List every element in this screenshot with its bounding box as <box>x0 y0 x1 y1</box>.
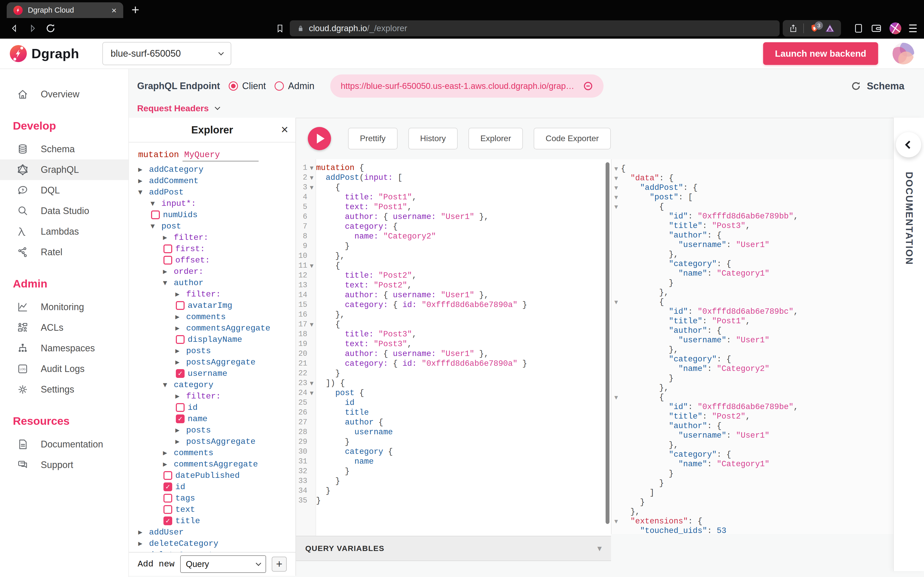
explorer-tree-row[interactable]: ▶deleteComment <box>138 549 296 552</box>
add-operation-button[interactable]: + <box>272 557 287 572</box>
expand-arrow-icon[interactable]: ▶ <box>163 461 174 467</box>
browser-menu-icon[interactable] <box>909 24 917 32</box>
explorer-button[interactable]: Explorer <box>468 128 523 150</box>
explorer-tree-row[interactable]: ▶addCategory <box>138 164 296 175</box>
explorer-tree-row[interactable]: offset: <box>138 255 296 266</box>
explorer-tree-row[interactable]: username <box>138 368 296 379</box>
brave-rewards-icon[interactable] <box>825 23 835 33</box>
request-headers-toggle[interactable]: Request Headers <box>137 100 220 116</box>
fold-arrow-icon[interactable]: ▼ <box>612 519 621 524</box>
backend-selector[interactable]: blue-surf-650050 <box>102 42 231 65</box>
sidebar-item-graphql[interactable]: GraphQL <box>0 160 128 180</box>
sidebar-item-acls[interactable]: ACLs <box>0 318 128 338</box>
query-variables-bar[interactable]: QUERY VARIABLES ▼ <box>296 536 611 561</box>
fold-arrow-icon[interactable]: ▼ <box>612 395 621 400</box>
expand-arrow-icon[interactable]: ▶ <box>138 529 149 535</box>
explorer-tree-row[interactable]: ▶filter: <box>138 232 296 243</box>
explorer-tree-row[interactable]: ▼author <box>138 277 296 288</box>
fold-arrow-icon[interactable]: ▼ <box>307 175 316 181</box>
expand-arrow-icon[interactable]: ▶ <box>138 166 149 172</box>
fold-arrow-icon[interactable]: ▼ <box>612 204 621 210</box>
explorer-tree-row[interactable]: name <box>138 413 296 424</box>
field-checkbox[interactable] <box>176 403 184 412</box>
explorer-tree-row[interactable]: datePublished <box>138 470 296 481</box>
history-button[interactable]: History <box>409 128 458 150</box>
bookmark-icon[interactable] <box>273 21 287 35</box>
explorer-tree-row[interactable]: tags <box>138 493 296 504</box>
field-checkbox[interactable] <box>176 301 184 310</box>
explorer-tree-row[interactable]: ▶posts <box>138 345 296 356</box>
fold-arrow-icon[interactable]: ▼ <box>307 165 316 171</box>
expand-arrow-icon[interactable]: ▶ <box>175 393 186 399</box>
expand-arrow-icon[interactable]: ▶ <box>138 178 149 184</box>
expand-arrow-icon[interactable]: ▶ <box>175 348 186 354</box>
fold-arrow-icon[interactable]: ▼ <box>307 185 316 190</box>
explorer-tree-row[interactable]: ▶filter: <box>138 288 296 300</box>
field-checkbox[interactable] <box>163 505 172 514</box>
sidebar-item-audit-logs[interactable]: LOGAudit Logs <box>0 359 128 379</box>
field-checkbox[interactable] <box>163 245 172 253</box>
collapse-arrow-icon[interactable]: ▼ <box>150 223 162 229</box>
explorer-tree-row[interactable]: ▶commentsAggregate <box>138 322 296 334</box>
explorer-tree-row[interactable]: id <box>138 481 296 493</box>
operation-name-input[interactable]: MyQuery <box>183 150 258 161</box>
fold-arrow-icon[interactable]: ▼ <box>307 390 316 396</box>
query-editor[interactable]: 1▼mutation {2▼ addPost(input: [3▼ {4 tit… <box>296 159 611 536</box>
explorer-tree-row[interactable]: ▶posts <box>138 424 296 436</box>
explorer-tree-row[interactable]: first: <box>138 243 296 255</box>
open-documentation-button[interactable] <box>896 132 921 157</box>
collapse-arrow-icon[interactable]: ▼ <box>163 280 174 286</box>
browser-tab[interactable]: Dgraph Cloud × <box>7 2 123 18</box>
code-exporter-button[interactable]: Code Exporter <box>534 128 611 150</box>
explorer-tree-row[interactable]: ▶deleteCategory <box>138 538 296 549</box>
field-checkbox[interactable] <box>176 369 184 378</box>
field-checkbox[interactable] <box>163 516 172 525</box>
explorer-tree-row[interactable]: ▶comments <box>138 311 296 322</box>
explorer-tree-row[interactable]: title <box>138 515 296 527</box>
fold-arrow-icon[interactable]: ▼ <box>612 166 621 171</box>
explorer-tree-row[interactable]: ▼category <box>138 379 296 390</box>
field-checkbox[interactable] <box>163 494 172 503</box>
tab-close-icon[interactable]: × <box>111 6 116 15</box>
explorer-tree-row[interactable]: ▶commentsAggregate <box>138 459 296 470</box>
explorer-tree-row[interactable]: avatarImg <box>138 300 296 311</box>
client-radio[interactable]: Client <box>229 81 266 92</box>
explorer-tree-row[interactable]: ▶addUser <box>138 527 296 538</box>
field-checkbox[interactable] <box>176 414 184 423</box>
expand-arrow-icon[interactable]: ▶ <box>175 438 186 445</box>
operation-type-select[interactable]: Query <box>180 555 266 573</box>
collapse-caret-icon[interactable]: ▼ <box>597 545 602 552</box>
new-tab-button[interactable]: + <box>131 3 139 17</box>
sidebar-item-overview[interactable]: Overview <box>0 84 128 105</box>
endpoint-url-pill[interactable]: https://blue-surf-650050.us-east-1.aws.c… <box>330 74 604 98</box>
prettify-button[interactable]: Prettify <box>348 128 397 150</box>
fold-arrow-icon[interactable]: ▼ <box>612 185 621 190</box>
schema-button[interactable]: Schema <box>850 74 905 98</box>
fold-arrow-icon[interactable]: ▼ <box>612 299 621 305</box>
explorer-tree-row[interactable]: displayName <box>138 334 296 345</box>
sidebar-item-namespaces[interactable]: Namespaces <box>0 338 128 359</box>
field-checkbox[interactable] <box>176 335 184 344</box>
explorer-tree-row[interactable]: ▶comments <box>138 447 296 459</box>
sidebar-item-support[interactable]: Support <box>0 455 128 475</box>
sidebar-item-ratel[interactable]: Ratel <box>0 242 128 263</box>
documentation-tab-label[interactable]: DOCUMENTATION <box>904 172 914 265</box>
fold-arrow-icon[interactable]: ▼ <box>307 380 316 386</box>
launch-new-backend-button[interactable]: Launch new backend <box>763 42 878 65</box>
explorer-tree-row[interactable]: ▶order: <box>138 266 296 277</box>
wallet-icon[interactable] <box>871 23 882 33</box>
sidebar-panel-icon[interactable] <box>854 23 863 34</box>
explorer-tree-row[interactable]: text <box>138 504 296 515</box>
fold-arrow-icon[interactable]: ▼ <box>612 195 621 200</box>
fold-arrow-icon[interactable]: ▼ <box>612 176 621 181</box>
explorer-tree-row[interactable]: ▼post <box>138 221 296 232</box>
expand-arrow-icon[interactable]: ▶ <box>175 325 186 331</box>
fold-arrow-icon[interactable]: ▼ <box>307 322 316 327</box>
explorer-tree-row[interactable]: ▶postsAggregate <box>138 356 296 368</box>
user-avatar[interactable] <box>893 43 914 64</box>
expand-arrow-icon[interactable]: ▶ <box>163 234 174 240</box>
browser-profile-avatar[interactable] <box>890 23 901 34</box>
collapse-arrow-icon[interactable]: ▼ <box>150 200 162 206</box>
close-icon[interactable]: × <box>281 122 288 137</box>
expand-arrow-icon[interactable]: ▶ <box>175 314 186 320</box>
